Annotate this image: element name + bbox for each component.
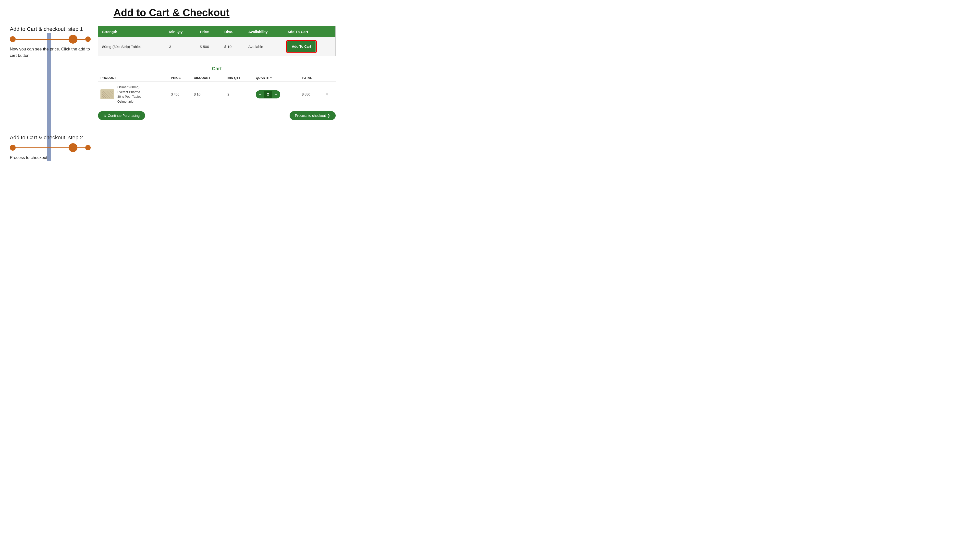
- step2-dot-right: [85, 145, 91, 150]
- cart-section: Cart PRODUCT PRICE DISCOUNT MIN QTY QUAN…: [98, 66, 336, 120]
- product-info: Osimert (80mg) Everest Pharma 30 's Pot …: [117, 85, 141, 104]
- plus-icon: ⊕: [103, 114, 106, 118]
- step1-dot-right: [85, 37, 91, 42]
- step2-title: Add to Cart & checkout: step 2: [7, 135, 91, 141]
- cell-add-to-cart[interactable]: Add To Cart: [283, 37, 336, 56]
- cart-cell-min-qty: 2: [225, 82, 253, 107]
- cart-col-price: PRICE: [169, 74, 191, 82]
- cart-cell-price: $ 450: [169, 82, 191, 107]
- process-btn-label: Process to checkout: [295, 114, 326, 118]
- step2-dot-center: [68, 143, 78, 152]
- cart-cell-quantity: − 2 +: [253, 82, 299, 107]
- col-add-to-cart: Add To Cart: [283, 26, 336, 38]
- cell-strength: 80mg (30's Strip) Tablet: [98, 37, 165, 56]
- quantity-control[interactable]: − 2 +: [256, 91, 280, 98]
- step2-line: [16, 148, 68, 148]
- col-price: Price: [196, 26, 221, 38]
- step1-dot-center: [68, 35, 78, 44]
- timeline-column: Add to Cart & checkout: step 1 Now you c…: [7, 24, 91, 161]
- add-to-cart-button[interactable]: Add To Cart: [287, 41, 315, 52]
- step1-line2: [78, 39, 85, 40]
- step1-connector: [7, 35, 91, 44]
- col-availability: Availability: [245, 26, 283, 38]
- step2-connector: [7, 143, 91, 152]
- qty-increase-button[interactable]: +: [272, 91, 280, 98]
- cell-min-qty: 3: [165, 37, 196, 56]
- process-checkout-button[interactable]: Process to checkout ❯: [290, 111, 336, 120]
- table-row: 80mg (30's Strip) Tablet 3 $ 500 $ 10 Av…: [98, 37, 336, 56]
- step1-block: Add to Cart & checkout: step 1 Now you c…: [7, 24, 91, 59]
- cart-col-quantity: QUANTITY: [253, 74, 299, 82]
- step1-dot-left: [10, 36, 16, 42]
- cell-availability: Available: [245, 37, 283, 56]
- cell-disc: $ 10: [221, 37, 245, 56]
- page-title: Add to Cart & Checkout: [0, 0, 343, 24]
- cart-col-discount: DISCOUNT: [191, 74, 225, 82]
- cell-price: $ 500: [196, 37, 221, 56]
- step1-description: Now you can see the price. Click the add…: [7, 46, 91, 59]
- qty-decrease-button[interactable]: −: [256, 91, 264, 98]
- cart-title: Cart: [98, 66, 336, 71]
- product-sub3: Osimertinib: [117, 99, 141, 104]
- cart-col-product: PRODUCT: [98, 74, 169, 82]
- step2-line2: [78, 148, 85, 148]
- continue-purchasing-button[interactable]: ⊕ Continue Purchasing: [98, 111, 145, 120]
- product-sub1: Everest Pharma: [117, 90, 141, 95]
- cart-row: Osimert (80mg) Everest Pharma 30 's Pot …: [98, 82, 336, 107]
- delete-icon[interactable]: ✕: [325, 92, 329, 97]
- step1-title: Add to Cart & checkout: step 1: [7, 26, 91, 32]
- product-sub2: 30 's Pot | Tablet: [117, 94, 141, 99]
- step2-block: Add to Cart & checkout: step 2 Process t…: [7, 132, 91, 161]
- step2-description: Process to checkout: [7, 154, 91, 161]
- cart-col-total: TOTAL: [299, 74, 323, 82]
- cart-cell-discount: $ 10: [191, 82, 225, 107]
- product-table: Strength Min Qty Price Disc. Availabilit…: [98, 26, 336, 56]
- col-disc: Disc.: [221, 26, 245, 38]
- cart-table: PRODUCT PRICE DISCOUNT MIN QTY QUANTITY …: [98, 74, 336, 107]
- cart-cell-delete[interactable]: ✕: [323, 82, 336, 107]
- continue-btn-label: Continue Purchasing: [108, 114, 140, 118]
- qty-value: 2: [264, 91, 272, 98]
- step2-dot-left: [10, 145, 16, 151]
- cart-actions: ⊕ Continue Purchasing Process to checkou…: [98, 111, 336, 120]
- product-name: Osimert (80mg): [117, 85, 141, 90]
- cart-cell-product: Osimert (80mg) Everest Pharma 30 's Pot …: [98, 82, 169, 107]
- cart-col-min-qty: MIN QTY: [225, 74, 253, 82]
- cart-col-delete: [323, 74, 336, 82]
- right-content: Strength Min Qty Price Disc. Availabilit…: [91, 24, 336, 161]
- col-min-qty: Min Qty: [165, 26, 196, 38]
- cart-cell-total: $ 880: [299, 82, 323, 107]
- arrow-icon: ❯: [327, 114, 330, 118]
- product-image: [100, 89, 114, 99]
- col-strength: Strength: [98, 26, 165, 38]
- step1-line: [16, 39, 68, 40]
